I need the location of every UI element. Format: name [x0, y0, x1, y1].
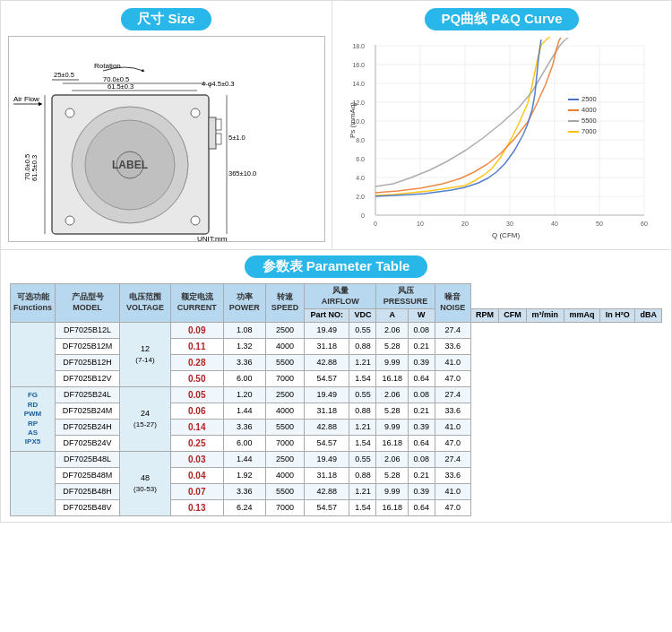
size-section: 尺寸 Size Air Flow 25±0.5 Rotation	[1, 1, 332, 249]
subheader-mmaq: mmAq	[564, 309, 599, 323]
svg-text:8.0: 8.0	[356, 137, 365, 143]
data-cell: 0.88	[349, 468, 376, 484]
subheader-m3min: m³/min	[526, 309, 564, 323]
subheader-inh2o: In H²O	[600, 309, 635, 323]
data-cell: 16.18	[376, 436, 409, 452]
model-cell: DF7025B48L	[56, 452, 120, 468]
current-cell: 0.06	[170, 403, 223, 420]
data-cell: 41.0	[435, 484, 470, 500]
svg-rect-24	[216, 134, 221, 144]
data-cell: 3.36	[223, 484, 265, 500]
data-cell: 0.88	[349, 339, 376, 355]
subheader-cfm: CFM	[499, 309, 527, 323]
svg-text:30: 30	[506, 221, 513, 227]
subheader-rpm: RPM	[471, 309, 499, 323]
data-cell: 6.00	[223, 371, 265, 387]
voltage-cell-12: 12(7-14)	[120, 323, 171, 387]
data-cell: 42.88	[305, 420, 349, 436]
data-cell: 5.28	[376, 468, 409, 484]
table-row: DF7025B12L12(7-14)0.091.08250019.490.552…	[11, 323, 662, 339]
model-cell: DF7025B12M	[56, 339, 120, 355]
current-cell: 0.50	[170, 371, 223, 387]
data-cell: 1.20	[223, 387, 265, 403]
data-cell: 7000	[265, 500, 304, 516]
data-cell: 16.18	[376, 500, 409, 516]
data-cell: 16.18	[376, 371, 409, 387]
param-title: 参数表 Parameter Table	[10, 255, 662, 278]
data-cell: 0.39	[409, 355, 435, 371]
svg-text:5±1.0: 5±1.0	[228, 134, 246, 142]
data-cell: 7000	[265, 436, 304, 452]
svg-text:50: 50	[596, 221, 603, 227]
data-cell: 31.18	[305, 339, 349, 355]
header-speed: 转速SPEED	[265, 284, 304, 323]
svg-rect-66	[568, 99, 579, 100]
svg-rect-68	[568, 109, 579, 111]
current-cell: 0.04	[170, 468, 223, 484]
data-cell: 2500	[265, 387, 304, 403]
svg-text:10: 10	[417, 221, 424, 227]
svg-text:0: 0	[361, 212, 365, 219]
svg-text:61.5±0.3: 61.5±0.3	[108, 82, 134, 91]
svg-point-14	[65, 108, 74, 117]
svg-text:60: 60	[641, 221, 648, 227]
data-cell: 33.6	[435, 468, 470, 484]
model-cell: DF7025B24L	[56, 387, 120, 403]
table-row: FG RD PWM RP AS IPX5DF7025B24L24(15-27)0…	[11, 387, 662, 403]
size-diagram: Air Flow 25±0.5 Rotation 70.0±0.5 61.5±0…	[8, 36, 325, 242]
model-cell: DF7025B12L	[56, 323, 120, 339]
data-cell: 47.0	[435, 500, 470, 516]
pq-title-box: PQ曲线 P&Q Curve	[425, 8, 578, 30]
svg-point-16	[65, 216, 74, 225]
size-title-box: 尺寸 Size	[121, 8, 211, 30]
svg-text:LABEL: LABEL	[112, 159, 148, 171]
data-cell: 0.55	[349, 323, 376, 339]
data-cell: 4000	[265, 339, 304, 355]
data-cell: 41.0	[435, 420, 470, 436]
header-noise: 噪音NOISE	[435, 284, 470, 323]
svg-text:18.0: 18.0	[352, 43, 365, 49]
data-cell: 0.39	[409, 420, 435, 436]
svg-text:5500: 5500	[582, 117, 597, 125]
header-power: 功率POWER	[223, 284, 265, 323]
size-diagram-svg: Air Flow 25±0.5 Rotation 70.0±0.5 61.5±0…	[9, 37, 325, 242]
header-partno: Part NO:	[305, 309, 349, 323]
svg-text:4-φ4.5±0.3: 4-φ4.5±0.3	[202, 80, 235, 88]
data-cell: 31.18	[305, 403, 349, 420]
svg-point-15	[191, 108, 200, 117]
data-cell: 1.08	[223, 323, 265, 339]
data-cell: 6.00	[223, 436, 265, 452]
data-cell: 54.57	[305, 436, 349, 452]
current-cell: 0.03	[170, 452, 223, 468]
data-cell: 0.55	[349, 387, 376, 403]
data-cell: 0.21	[409, 468, 435, 484]
model-cell: DF7025B24M	[56, 403, 120, 420]
svg-text:25±0.5: 25±0.5	[54, 71, 74, 79]
param-table: 可选功能Functions 产品型号MODEL 电压范围VOLTAGE 额定电流…	[10, 283, 662, 516]
data-cell: 27.4	[435, 387, 470, 403]
data-cell: 0.64	[409, 436, 435, 452]
data-cell: 9.99	[376, 484, 409, 500]
svg-text:4000: 4000	[582, 106, 597, 114]
current-cell: 0.05	[170, 387, 223, 403]
model-cell: DF7025B12V	[56, 371, 120, 387]
svg-text:7000: 7000	[582, 127, 597, 135]
current-cell: 0.28	[170, 355, 223, 371]
svg-rect-70	[568, 120, 579, 122]
svg-text:20: 20	[461, 221, 469, 227]
table-row: DF7025B24V0.256.00700054.571.5416.180.64…	[11, 436, 662, 452]
data-cell: 27.4	[435, 323, 470, 339]
svg-text:6.0: 6.0	[356, 156, 365, 162]
svg-text:Air Flow: Air Flow	[13, 95, 39, 103]
param-title-box: 参数表 Parameter Table	[245, 255, 428, 278]
svg-text:Rotation: Rotation	[94, 62, 121, 70]
data-cell: 54.57	[305, 500, 349, 516]
data-cell: 0.55	[349, 452, 376, 468]
header-functions: 可选功能Functions	[11, 284, 56, 323]
svg-text:10.0: 10.0	[352, 118, 365, 125]
page: 尺寸 Size Air Flow 25±0.5 Rotation	[0, 0, 672, 523]
size-title: 尺寸 Size	[8, 8, 324, 30]
data-cell: 2500	[265, 323, 304, 339]
data-cell: 1.21	[349, 355, 376, 371]
pq-section: PQ曲线 P&Q Curve Ps (mmAq) Q (CFM)	[332, 1, 671, 249]
